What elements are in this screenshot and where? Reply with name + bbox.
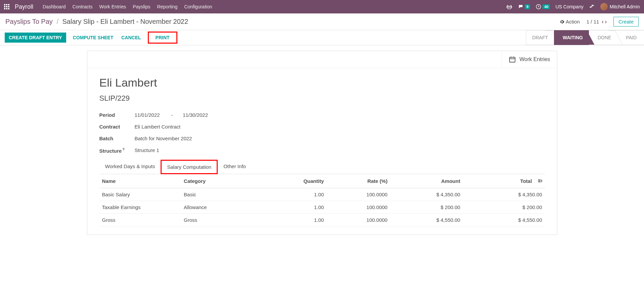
user-name: Mitchell Admin xyxy=(610,4,640,9)
work-entries-stat-button[interactable]: Work Entries xyxy=(502,51,557,68)
nav-work-entries[interactable]: Work Entries xyxy=(99,4,126,9)
table-row[interactable]: Taxable EarningsAllowance1.00100.0000$ 2… xyxy=(99,201,545,214)
debug-icon[interactable] xyxy=(589,4,595,10)
col-rate[interactable]: Rate (%) xyxy=(327,174,390,188)
cell-total: $ 4,550.00 xyxy=(463,214,545,227)
app-title[interactable]: Payroll xyxy=(15,3,33,10)
compute-sheet-button[interactable]: COMPUTE SHEET xyxy=(72,33,115,43)
phone-icon[interactable] xyxy=(506,4,512,9)
breadcrumb: Payslips To Pay / Salary Slip - Eli Lamb… xyxy=(5,18,188,26)
calendar-icon xyxy=(509,56,516,63)
cell-quantity: 1.00 xyxy=(263,188,327,201)
user-avatar-icon xyxy=(600,3,608,10)
batch-label: Batch xyxy=(99,136,135,141)
period-from[interactable]: 11/01/2022 xyxy=(135,112,160,118)
structure-label: Structure? xyxy=(99,147,135,154)
col-quantity[interactable]: Quantity xyxy=(263,174,327,188)
cell-name: Basic Salary xyxy=(99,188,181,201)
pager-next-icon[interactable]: › xyxy=(605,19,607,25)
period-to[interactable]: 11/30/2022 xyxy=(183,112,208,118)
col-total[interactable]: Total xyxy=(463,174,545,188)
cell-total: $ 200.00 xyxy=(463,201,545,214)
main-navbar: Payroll Dashboard Contracts Work Entries… xyxy=(0,0,644,13)
nav-reporting[interactable]: Reporting xyxy=(157,4,177,9)
batch-value[interactable]: Batch for November 2022 xyxy=(135,136,192,141)
cell-name: Gross xyxy=(99,214,181,227)
status-waiting[interactable]: WAITING xyxy=(554,30,589,45)
cell-rate: 100.0000 xyxy=(327,214,390,227)
nav-menu: Dashboard Contracts Work Entries Payslip… xyxy=(43,4,212,9)
sheet-stat-buttons: Work Entries xyxy=(87,51,557,68)
employee-name: Eli Lambert xyxy=(99,76,545,89)
apps-menu-icon[interactable] xyxy=(4,4,9,9)
cell-quantity: 1.00 xyxy=(263,214,327,227)
cell-rate: 100.0000 xyxy=(327,201,390,214)
create-draft-entry-button[interactable]: CREATE DRAFT ENTRY xyxy=(5,33,66,43)
cell-name: Taxable Earnings xyxy=(99,201,181,214)
breadcrumb-current: Salary Slip - Eli Lambert - November 202… xyxy=(62,18,188,25)
status-draft[interactable]: DRAFT xyxy=(526,30,554,45)
cell-quantity: 1.00 xyxy=(263,201,327,214)
breadcrumb-separator: / xyxy=(56,18,58,25)
status-bar: DRAFT WAITING DONE PAID xyxy=(526,30,644,45)
breadcrumb-parent[interactable]: Payslips To Pay xyxy=(5,18,53,25)
contract-label: Contract xyxy=(99,124,135,130)
form-sheet: Work Entries Eli Lambert SLIP/229 Period… xyxy=(87,51,557,235)
salary-computation-table: Name Category Quantity Rate (%) Amount T… xyxy=(99,174,545,227)
cell-amount: $ 4,350.00 xyxy=(390,188,463,201)
table-row[interactable]: GrossGross1.00100.0000$ 4,550.00$ 4,550.… xyxy=(99,214,545,227)
nav-configuration[interactable]: Configuration xyxy=(184,4,212,9)
cell-rate: 100.0000 xyxy=(327,188,390,201)
optional-columns-icon[interactable] xyxy=(533,179,542,184)
tab-salary-computation[interactable]: Salary Computation xyxy=(161,160,218,174)
cell-amount: $ 4,550.00 xyxy=(390,214,463,227)
nav-payslips[interactable]: Payslips xyxy=(133,4,150,9)
activity-icon[interactable]: 40 xyxy=(535,4,550,10)
gear-icon xyxy=(560,19,564,24)
discuss-badge: 9 xyxy=(525,4,530,9)
period-label: Period xyxy=(99,112,135,118)
user-menu[interactable]: Mitchell Admin xyxy=(600,3,640,10)
contract-value[interactable]: Eli Lambert Contract xyxy=(135,124,181,130)
col-amount[interactable]: Amount xyxy=(390,174,463,188)
cell-category: Gross xyxy=(181,214,263,227)
activity-badge: 40 xyxy=(543,4,550,9)
print-button[interactable]: PRINT xyxy=(148,32,177,44)
pager-count[interactable]: 1 / 11 xyxy=(587,19,599,24)
cell-total: $ 4,350.00 xyxy=(463,188,545,201)
cell-category: Basic xyxy=(181,188,263,201)
pager: 1 / 11 ‹ › xyxy=(587,19,607,25)
tab-other-info[interactable]: Other Info xyxy=(218,160,252,174)
help-icon[interactable]: ? xyxy=(122,147,125,151)
tab-worked-days[interactable]: Worked Days & Inputs xyxy=(99,160,161,174)
nav-contracts[interactable]: Contracts xyxy=(73,4,93,9)
control-panel: Payslips To Pay / Salary Slip - Eli Lamb… xyxy=(0,13,644,30)
period-value: 11/01/2022 - 11/30/2022 xyxy=(135,112,208,118)
table-row[interactable]: Basic SalaryBasic1.00100.0000$ 4,350.00$… xyxy=(99,188,545,201)
create-button[interactable]: Create xyxy=(613,17,639,27)
structure-value[interactable]: Structure 1 xyxy=(135,147,159,154)
notebook-tabs: Worked Days & Inputs Salary Computation … xyxy=(99,160,545,174)
cell-category: Allowance xyxy=(181,201,263,214)
discuss-icon[interactable]: 9 xyxy=(518,4,530,9)
col-name[interactable]: Name xyxy=(99,174,181,188)
nav-dashboard[interactable]: Dashboard xyxy=(43,4,66,9)
payslip-reference: SLIP/229 xyxy=(99,94,545,103)
action-bar: CREATE DRAFT ENTRY COMPUTE SHEET CANCEL … xyxy=(0,30,644,45)
action-menu[interactable]: Action xyxy=(560,19,580,24)
company-switcher[interactable]: US Company xyxy=(555,4,583,9)
col-category[interactable]: Category xyxy=(181,174,263,188)
cell-amount: $ 200.00 xyxy=(390,201,463,214)
pager-prev-icon[interactable]: ‹ xyxy=(602,19,603,25)
cancel-button[interactable]: CANCEL xyxy=(120,33,142,43)
svg-rect-1 xyxy=(510,57,515,62)
